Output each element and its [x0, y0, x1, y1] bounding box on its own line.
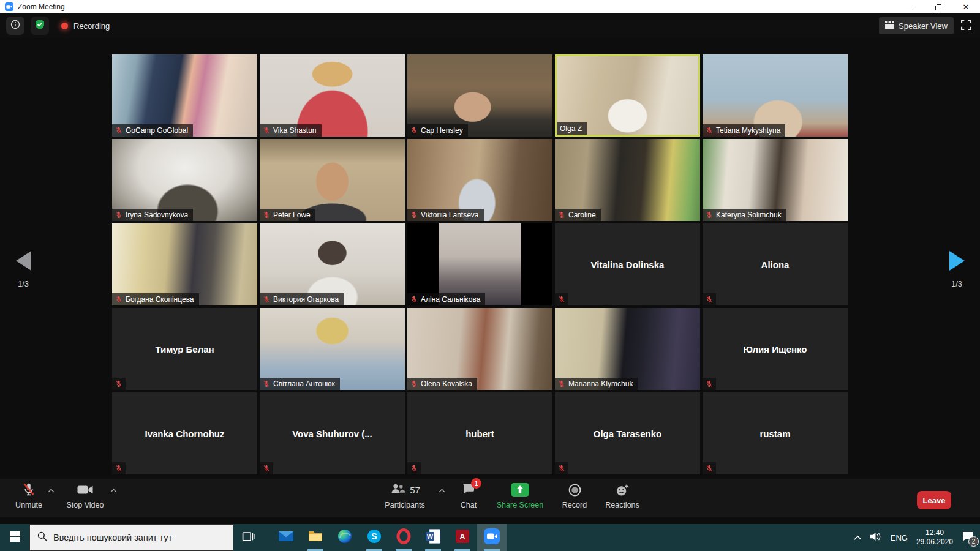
video-options-caret[interactable] — [110, 489, 117, 493]
participant-tile[interactable]: hubert — [407, 392, 552, 474]
participant-tile[interactable]: Виктория Огаркова — [260, 223, 405, 305]
participant-tile[interactable]: Ivanka Chornohuz — [112, 392, 257, 474]
acrobat-icon: A — [454, 528, 470, 547]
mail-icon — [278, 528, 294, 547]
mic-muted-icon — [115, 127, 123, 134]
taskbar-search[interactable] — [29, 524, 233, 551]
participant-tile[interactable]: rustam — [703, 392, 848, 474]
participant-label: Богдана Скопінцева — [112, 293, 199, 305]
participant-tile[interactable]: Aliona — [703, 223, 848, 305]
participant-label: Виктория Огаркова — [260, 293, 344, 305]
participant-tile[interactable]: Vitalina Dolinska — [555, 223, 700, 305]
participant-tile[interactable]: Iryna Sadovnykova — [112, 139, 257, 221]
participant-name-centered: hubert — [407, 392, 552, 474]
participant-tile[interactable]: Olena Kovalska — [407, 308, 552, 390]
tray-chevron-up-icon[interactable] — [854, 532, 862, 543]
participant-label: Iryna Sadovnykova — [112, 209, 193, 221]
participants-button[interactable]: 57 Participants — [376, 482, 434, 509]
clock[interactable]: 12:40 29.06.2020 — [916, 528, 953, 547]
participant-tile[interactable]: Olga Tarasenko — [555, 392, 700, 474]
participant-tile[interactable]: Marianna Klymchuk — [555, 308, 700, 390]
windows-logo-icon — [10, 531, 20, 544]
participant-tile[interactable]: Аліна Сальнікова — [407, 223, 552, 305]
taskbar-app-zoom[interactable] — [477, 524, 507, 551]
participant-tile[interactable]: Vova Shuhurov (... — [260, 392, 405, 474]
audio-options-caret[interactable] — [48, 489, 55, 493]
leave-button[interactable]: Leave — [917, 491, 951, 509]
mic-muted-icon — [115, 465, 123, 472]
participant-label: Viktoriia Lantseva — [407, 209, 484, 221]
taskbar-app-file-explorer[interactable] — [301, 524, 330, 551]
minimize-icon — [907, 7, 913, 7]
taskbar-app-edge[interactable] — [330, 524, 360, 551]
taskbar-app-acrobat[interactable]: A — [448, 524, 477, 551]
fullscreen-button[interactable] — [961, 20, 971, 32]
stop-video-button[interactable]: Stop Video — [64, 482, 107, 509]
participant-tile[interactable]: Юлия Ищенко — [703, 308, 848, 390]
share-screen-icon — [511, 483, 529, 497]
encryption-shield-button[interactable] — [31, 17, 49, 35]
participant-name-centered: Olga Tarasenko — [555, 392, 700, 474]
participant-tile[interactable]: Olga Z — [555, 54, 700, 137]
camera-icon — [77, 482, 94, 497]
participant-name: Iryna Sadovnykova — [126, 211, 188, 219]
participant-tile[interactable]: Caroline — [555, 139, 700, 221]
close-button[interactable]: ✕ — [952, 0, 980, 13]
participant-name-centered: Vitalina Dolinska — [555, 223, 700, 305]
next-page-button[interactable]: 1/3 — [938, 251, 975, 288]
gallery-view: GoCamp GoGlobal Vika Shastun Cap Hensley… — [0, 38, 980, 479]
participant-tile[interactable]: Tetiana Mykyshtyna — [703, 54, 848, 137]
participant-tile[interactable]: Viktoriia Lantseva — [407, 139, 552, 221]
mic-muted-icon — [115, 380, 123, 388]
restore-icon — [935, 4, 941, 10]
participant-name: Tetiana Mykyshtyna — [716, 126, 780, 135]
notification-count-badge: 2 — [968, 536, 979, 547]
participant-tile[interactable]: Kateryna Solimchuk — [703, 139, 848, 221]
chat-button[interactable]: 1 Chat — [454, 482, 483, 509]
taskbar-app-word[interactable]: W — [418, 524, 448, 551]
participants-options-caret[interactable] — [439, 489, 445, 493]
participant-label — [407, 462, 421, 474]
minimize-button[interactable] — [895, 0, 924, 13]
speaker-view-button[interactable]: Speaker View — [879, 17, 954, 34]
participants-icon — [390, 483, 405, 497]
search-input[interactable] — [53, 533, 219, 542]
mic-muted-icon — [22, 482, 36, 497]
mic-muted-icon — [410, 127, 418, 134]
language-indicator[interactable]: ENG — [891, 533, 908, 542]
participant-tile[interactable]: GoCamp GoGlobal — [112, 54, 257, 137]
participant-name: Olga Z — [560, 124, 582, 133]
participant-name-centered: Ivanka Chornohuz — [112, 392, 257, 474]
record-button[interactable]: Record — [559, 482, 590, 509]
chat-label: Chat — [461, 501, 477, 509]
participant-tile[interactable]: Тимур Белан — [112, 308, 257, 390]
taskbar-app-mail[interactable] — [271, 524, 301, 551]
restore-button[interactable] — [924, 0, 952, 13]
participant-tile[interactable]: Peter Lowe — [260, 139, 405, 221]
mic-muted-icon — [706, 296, 713, 303]
task-view-icon — [242, 531, 255, 545]
participant-tile[interactable]: Світлана Антонюк — [260, 308, 405, 390]
participant-name: Peter Lowe — [273, 211, 311, 219]
task-view-button[interactable] — [233, 524, 263, 551]
participant-tile[interactable]: Богдана Скопінцева — [112, 223, 257, 305]
meeting-info-button[interactable] — [6, 17, 24, 35]
mic-muted-icon — [558, 380, 565, 388]
participant-tile[interactable]: Cap Hensley — [407, 54, 552, 137]
zoom-app-icon — [5, 2, 13, 11]
taskbar-app-opera[interactable] — [389, 524, 418, 551]
previous-page-button[interactable]: 1/3 — [5, 251, 42, 288]
search-icon — [37, 531, 47, 544]
reactions-button[interactable]: Reactions — [603, 482, 642, 509]
participant-label — [703, 293, 716, 305]
action-center-button[interactable]: 2 — [962, 531, 974, 544]
participant-tile[interactable]: Vika Shastun — [260, 54, 405, 137]
volume-icon[interactable] — [870, 532, 882, 544]
mic-muted-icon — [115, 296, 123, 303]
taskbar-app-skype[interactable]: S — [360, 524, 389, 551]
clock-time: 12:40 — [916, 528, 953, 538]
speaker-view-icon — [885, 21, 894, 31]
unmute-button[interactable]: Unmute — [10, 482, 48, 509]
start-button[interactable] — [0, 524, 29, 551]
share-screen-button[interactable]: Share Screen — [490, 482, 550, 509]
